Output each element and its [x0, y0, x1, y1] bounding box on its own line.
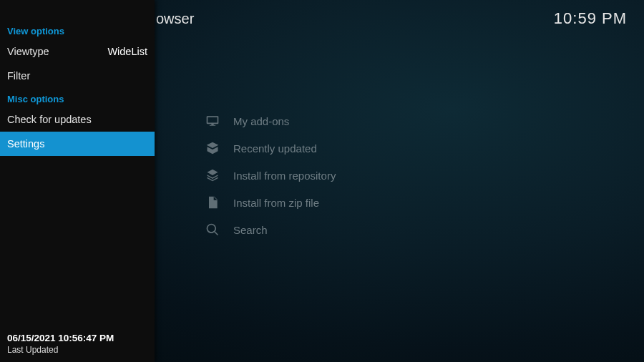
- list-item-label: Install from repository: [233, 170, 336, 182]
- sidebar-footer: 06/15/2021 10:56:47 PM Last Updated: [0, 328, 155, 362]
- list-item-install-zip[interactable]: Install from zip file: [205, 189, 562, 216]
- list-item-label: Search: [233, 224, 268, 236]
- sidebar-item-label: Filter: [7, 70, 30, 82]
- sidebar-item-label: Viewtype: [7, 46, 49, 57]
- list-item-label: Recently updated: [233, 142, 317, 155]
- repository-icon: [205, 168, 220, 182]
- section-header-view-options: View options: [0, 20, 155, 39]
- clock: 10:59 PM: [554, 9, 627, 28]
- list-item-my-addons[interactable]: My add-ons: [205, 107, 562, 134]
- list-item-install-repository[interactable]: Install from repository: [205, 162, 562, 189]
- list-item-label: My add-ons: [233, 115, 289, 127]
- list-item-recently-updated[interactable]: Recently updated: [205, 134, 562, 162]
- monitor-icon: [205, 114, 220, 128]
- sidebar-item-settings[interactable]: Settings: [0, 132, 155, 156]
- list-item-search[interactable]: Search: [205, 216, 562, 243]
- sidebar-item-value: WideList: [107, 46, 147, 57]
- box-open-icon: [205, 141, 220, 155]
- sidebar-item-label: Settings: [7, 138, 44, 150]
- footer-last-updated-label: Last Updated: [7, 345, 147, 355]
- options-sidebar: View options Viewtype WideList Filter Mi…: [0, 0, 155, 362]
- search-icon: [205, 222, 220, 237]
- sidebar-spacer: [0, 156, 155, 328]
- zip-file-icon: [205, 195, 220, 210]
- sidebar-item-label: Check for updates: [7, 114, 92, 125]
- sidebar-item-check-updates[interactable]: Check for updates: [0, 107, 155, 132]
- list-item-label: Install from zip file: [233, 197, 319, 209]
- footer-timestamp: 06/15/2021 10:56:47 PM: [7, 333, 147, 343]
- addon-browser-list: My add-ons Recently updated Install from…: [205, 107, 562, 243]
- app-root: owser 10:59 PM My add-ons Recently updat…: [0, 0, 644, 362]
- section-header-misc-options: Misc options: [0, 88, 155, 107]
- page-title: owser: [156, 11, 194, 27]
- sidebar-item-filter[interactable]: Filter: [0, 64, 155, 88]
- sidebar-item-viewtype[interactable]: Viewtype WideList: [0, 39, 155, 64]
